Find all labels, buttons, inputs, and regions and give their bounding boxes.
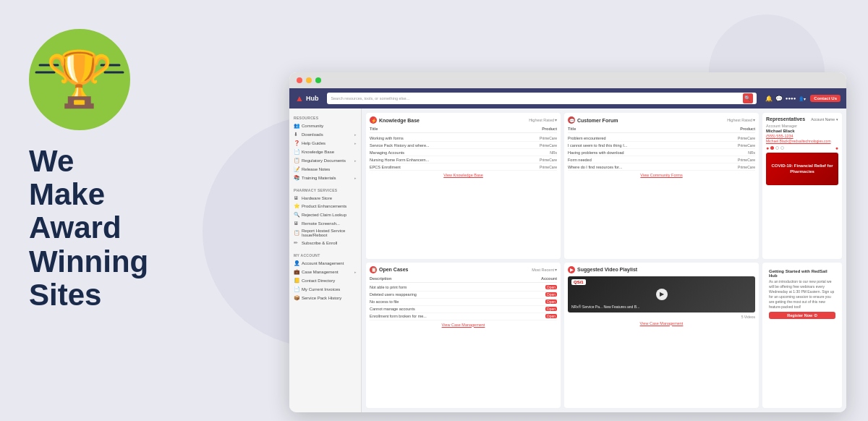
notification-icon[interactable]: 🔔 [765,95,773,102]
sidebar-item-report[interactable]: 📋 Report Hosted Service Issue/Reboot [289,227,361,239]
sidebar-item-downloads[interactable]: ⬇ Downloads ▸ [289,130,361,139]
sidebar-item-regulatory[interactable]: 📋 Regulatory Documents ▸ [289,156,361,165]
kb-filter[interactable]: Highest Rated ▾ [529,118,557,122]
remote-icon: 🖥 [294,221,299,226]
cases-view-link[interactable]: View Case Management [370,323,557,327]
table-row[interactable]: Problem encountered PrimeCare [568,135,755,142]
hub-logo[interactable]: ▲ Hub [295,93,318,103]
video-thumbnail[interactable]: QS/1 ▶ NRx® Service Pa... New Features a… [568,276,755,312]
table-row[interactable]: Working with forms PrimeCare [370,135,557,142]
forum-filter-caret: ▾ [753,118,755,122]
chat-icon[interactable]: 💬 [775,95,783,102]
maximize-dot[interactable] [315,77,321,83]
sidebar-item-help-guides[interactable]: ❓ Help Guides ▸ [289,139,361,148]
open-cases-card: 📋 Open Cases Most Recent ▾ Description A… [366,263,561,409]
help-icon: ❓ [294,140,299,146]
social-icon-2[interactable]: ● [835,145,838,150]
user-menu[interactable]: 👤▾ [799,96,806,101]
video-view-link[interactable]: View Case Management [568,321,755,326]
hero-line1: We [29,144,74,178]
cases-table-header: Description Account [370,276,557,283]
sidebar-item-product[interactable]: ⭐ Product Enhancements [289,202,361,210]
status-badge: Open [545,292,557,297]
suggested-video-card: ▶ Suggested Video Playlist QS/1 ▶ NRx® S… [564,263,759,409]
sidebar-item-release-notes[interactable]: 📝 Release Notes [289,165,361,174]
community-icon: 👥 [294,123,299,129]
forum-card-header: 💬 Customer Forum Highest Rated ▾ [568,116,755,124]
cases-filter-label: Most Recent [532,268,554,272]
kb-icon: 📄 [294,149,299,155]
forum-filter[interactable]: Highest Rated ▾ [727,118,755,122]
video-subtitle: NRx® Service Pa... New Features and B... [571,305,752,310]
sidebar-item-contact[interactable]: 📒 Contact Directory [289,276,361,285]
sidebar-item-knowledge-base[interactable]: 📄 Knowledge Base [289,148,361,156]
account-dropdown[interactable]: Account Name ▾ [811,117,838,122]
rep-header: Representatives Account Name ▾ [766,116,838,122]
sidebar-item-remote[interactable]: 🖥 Remote Screensh... [289,219,361,227]
header-icons: 🔔 💬 ●●●● 👤▾ [765,95,807,102]
table-row[interactable]: Deleted users reappearing Open [370,292,557,299]
blog-text: As an introduction to our new portal we … [769,279,835,310]
search-input[interactable]: Search resources, tools, or something el… [331,96,739,101]
table-row[interactable]: Service Pack History and where... PrimeC… [370,142,557,149]
forum-title-text: Customer Forum [577,118,618,123]
sidebar-item-invoices[interactable]: 📄 My Current Invoices [289,285,361,294]
kb-view-link[interactable]: View Knowledge Base [370,173,557,177]
table-row[interactable]: Enrollment form broken for me... Open [370,313,557,320]
cases-filter[interactable]: Most Recent ▾ [532,268,557,272]
search-button[interactable]: 🔍 [743,93,753,103]
help-caret: ▸ [354,141,357,145]
covid-banner[interactable]: COVID-19: Financial Relief for Pharmacie… [766,153,838,185]
close-dot[interactable] [297,77,302,83]
table-row[interactable]: No access to file Open [370,299,557,306]
table-row[interactable]: Nursing Home Form Enhancern... PrimeCare [370,156,557,163]
downloads-caret: ▸ [354,132,357,137]
rep-name: Michael Black [766,129,838,133]
sidebar-item-subscribe[interactable]: ✏ Subscribe & Enroll [289,239,361,247]
sidebar-item-rejected-claim[interactable]: 🔍 Rejected Claim Lookup [289,210,361,219]
hero-line4: Winning [29,244,148,278]
case-icon: 💼 [294,269,299,275]
invoices-icon: 📄 [294,286,299,292]
forum-view-link[interactable]: View Community Forms [568,173,755,177]
sidebar-item-case-mgmt[interactable]: 💼 Case Management ▸ [289,268,361,276]
hero-line5: Sites [29,278,101,312]
table-row[interactable]: Where do I find resources for... PrimeCa… [568,163,755,171]
table-row[interactable]: EPCS Enrollment PrimeCare [370,163,557,171]
sidebar-item-account-mgmt[interactable]: 👤 Account Management [289,259,361,268]
table-row[interactable]: Cannot manage accounts Open [370,306,557,313]
table-row[interactable]: I cannot seem to find this thing I... Pr… [568,142,755,149]
video-count: 5 Videos [568,315,755,319]
table-row[interactable]: Having problems with download NRx [568,149,755,156]
video-play-button[interactable]: ▶ [656,289,668,300]
sidebar-item-hardware[interactable]: 🖥 Hardware Store [289,194,361,202]
cases-title: 📋 Open Cases [370,266,408,273]
register-button[interactable]: Register Now ⊙ [769,312,835,319]
contact-us-label: Contact Us [814,96,837,101]
status-badge: Open [545,307,557,311]
rep-dot-3 [780,146,784,150]
contact-us-button[interactable]: Contact Us [810,95,841,102]
social-icon-1[interactable]: ● [766,145,769,150]
case-caret: ▸ [354,270,357,274]
video-logo: QS/1 [571,279,586,285]
sidebar-item-training[interactable]: 📚 Training Materials ▸ [289,174,361,182]
table-row[interactable]: Form needed PrimeCare [568,156,755,163]
minimize-dot[interactable] [306,77,312,83]
rep-phone[interactable]: (555) 555-1234 [766,134,838,138]
sidebar-item-community[interactable]: 👥 Community [289,122,361,130]
kb-card-header: ⚡ Knowledge Base Highest Rated ▾ [370,116,557,124]
main-content: ⚡ Knowledge Base Highest Rated ▾ Title P… [362,109,846,412]
cases-col-desc: Description [370,276,391,281]
table-row[interactable]: Not able to print form Open [370,284,557,292]
forum-col-product: Product [740,127,755,131]
sidebar-item-service-pack[interactable]: 📦 Service Pack History [289,294,361,302]
browser-chrome [289,72,846,88]
forum-title: 💬 Customer Forum [568,116,618,124]
hub-logo-text: Hub [306,95,319,102]
customer-forum-card: 💬 Customer Forum Highest Rated ▾ Title P… [564,113,759,259]
table-row[interactable]: Managing Accounts NRx [370,149,557,156]
rep-email[interactable]: Michael.Black@redsailtechnologies.com [766,139,838,143]
report-icon: 📋 [294,230,299,236]
rep-dots: ● ● [766,145,838,150]
